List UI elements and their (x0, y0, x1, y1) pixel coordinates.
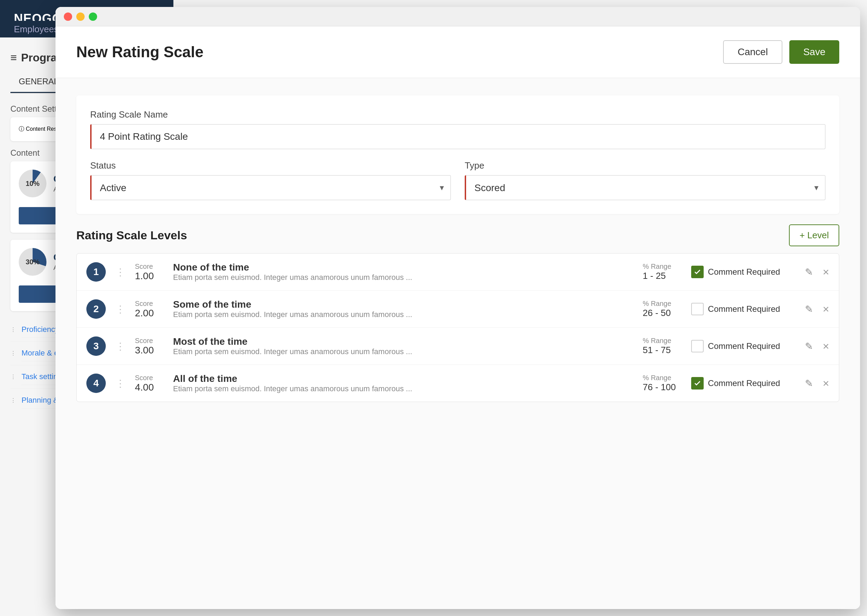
delete-icon-1[interactable]: × (823, 266, 829, 278)
level-content-3: Most of the time Etiam porta sem euismod… (173, 336, 636, 356)
traffic-light-yellow[interactable] (76, 13, 85, 21)
window-titlebar (55, 7, 860, 26)
modal-dialog: New Rating Scale Cancel Save Rating Scal… (55, 26, 860, 609)
level-range-3: % Range 51 - 75 (642, 337, 684, 355)
level-row-3: 3 ⋮ Score 3.00 Most of the time Etiam po… (77, 328, 839, 365)
level-range-1: % Range 1 - 25 (642, 262, 684, 281)
nav-employees[interactable]: Employees (14, 24, 59, 35)
level-row-1: 1 ⋮ Score 1.00 None of the time Etiam po… (77, 253, 839, 291)
level-number-1: 1 (86, 262, 106, 282)
donut-1: 10% (19, 170, 47, 197)
status-type-row: Status Active Inactive ▾ Type (90, 160, 825, 200)
levels-header: Rating Scale Levels + Level (76, 225, 839, 246)
level-content-4: All of the time Etiam porta sem euismod.… (173, 373, 636, 393)
dots-icon-3: ⋮ (10, 374, 16, 380)
edit-icon-3[interactable]: ✎ (805, 341, 813, 352)
donut-percent-1: 10% (26, 180, 39, 188)
level-comment-1: Comment Required (691, 266, 795, 278)
level-comment-3: Comment Required (691, 340, 795, 352)
levels-title: Rating Scale Levels (76, 229, 187, 242)
drag-handle-4[interactable]: ⋮ (115, 378, 125, 389)
level-row-4: 4 ⋮ Score 4.00 All of the time Etiam por… (77, 365, 839, 402)
comment-checkbox-4[interactable] (691, 377, 704, 390)
level-content-1: None of the time Etiam porta sem euismod… (173, 262, 636, 282)
dots-icon-4: ⋮ (10, 397, 16, 404)
type-col: Type Scored Unscored ▾ (465, 160, 825, 200)
delete-icon-3[interactable]: × (823, 340, 829, 353)
save-button[interactable]: Save (789, 40, 839, 64)
level-content-2: Some of the time Etiam porta sem euismod… (173, 299, 636, 319)
level-score-2: Score 2.00 (135, 300, 166, 319)
rating-scale-name-label: Rating Scale Name (90, 109, 825, 120)
level-comment-2: Comment Required (691, 303, 795, 315)
donut-2: 30% (19, 248, 47, 276)
add-level-button[interactable]: + Level (789, 225, 839, 246)
edit-icon-1[interactable]: ✎ (805, 266, 813, 278)
type-label: Type (465, 160, 825, 171)
status-label: Status (90, 160, 451, 171)
comment-checkbox-1[interactable] (691, 266, 704, 278)
level-number-3: 3 (86, 336, 106, 356)
drag-handle-2[interactable]: ⋮ (115, 303, 125, 315)
delete-icon-2[interactable]: × (823, 303, 829, 316)
level-score-3: Score 3.00 (135, 337, 166, 356)
dots-icon-1: ⋮ (10, 326, 16, 333)
type-select-wrapper: Scored Unscored ▾ (465, 175, 825, 200)
level-row-2: 2 ⋮ Score 2.00 Some of the time Etiam po… (77, 291, 839, 328)
rating-scale-name-input[interactable] (90, 124, 825, 149)
status-select-wrapper: Active Inactive ▾ (90, 175, 451, 200)
level-range-4: % Range 76 - 100 (642, 374, 684, 393)
modal-title: New Rating Scale (76, 43, 204, 61)
status-select[interactable]: Active Inactive (90, 175, 451, 200)
drag-handle-1[interactable]: ⋮ (115, 266, 125, 278)
traffic-light-red[interactable] (64, 13, 72, 21)
modal-body: Rating Scale Name Status Active Inactive… (55, 78, 860, 609)
donut-percent-2: 30% (26, 258, 39, 266)
modal-actions: Cancel Save (723, 40, 839, 64)
delete-icon-4[interactable]: × (823, 377, 829, 390)
dots-icon-2: ⋮ (10, 350, 16, 357)
name-section: Rating Scale Name Status Active Inactive… (76, 95, 839, 214)
level-number-2: 2 (86, 299, 106, 319)
app-window: New Rating Scale Cancel Save Rating Scal… (55, 7, 860, 609)
traffic-light-green[interactable] (89, 13, 97, 21)
level-comment-4: Comment Required (691, 377, 795, 390)
level-range-2: % Range 26 - 50 (642, 300, 684, 318)
edit-icon-4[interactable]: ✎ (805, 378, 813, 389)
level-score-1: Score 1.00 (135, 262, 166, 282)
comment-checkbox-3[interactable] (691, 340, 704, 352)
cancel-button[interactable]: Cancel (723, 40, 782, 64)
levels-section: Rating Scale Levels + Level 1 ⋮ Score 1.… (76, 225, 839, 402)
level-number-4: 4 (86, 374, 106, 393)
info-icon: ⓘ (19, 126, 24, 132)
drag-handle-3[interactable]: ⋮ (115, 341, 125, 352)
type-select[interactable]: Scored Unscored (465, 175, 825, 200)
edit-icon-2[interactable]: ✎ (805, 303, 813, 315)
modal-header: New Rating Scale Cancel Save (55, 26, 860, 78)
status-col: Status Active Inactive ▾ (90, 160, 451, 200)
comment-checkbox-2[interactable] (691, 303, 704, 315)
program-icon: ≡ (10, 51, 17, 64)
level-score-4: Score 4.00 (135, 374, 166, 393)
levels-container: 1 ⋮ Score 1.00 None of the time Etiam po… (76, 253, 839, 402)
rating-scale-name-group: Rating Scale Name (90, 109, 825, 149)
